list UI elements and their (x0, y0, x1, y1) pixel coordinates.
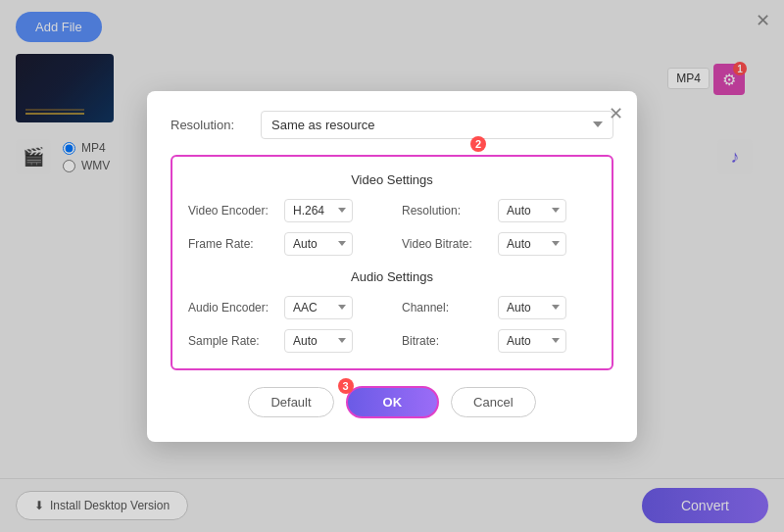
video-settings-title: Video Settings (188, 172, 596, 187)
settings-box: Video Settings Video Encoder: H.264 H.26… (171, 155, 613, 370)
video-settings-grid: Video Encoder: H.264 H.265 Resolution: A… (188, 199, 596, 256)
default-button[interactable]: Default (248, 387, 333, 417)
resolution-select[interactable]: Same as resource 720p 1080p 480p (261, 111, 613, 139)
resolution-setting-label: Resolution: (402, 204, 490, 218)
channel-row: Channel: Auto Stereo Mono (402, 296, 596, 319)
video-bitrate-row: Video Bitrate: Auto 2Mbps (402, 232, 596, 256)
video-encoder-select[interactable]: H.264 H.265 (284, 199, 353, 222)
video-bitrate-select[interactable]: Auto 2Mbps (498, 232, 566, 256)
modal-actions: Default 3 OK Cancel (171, 386, 613, 418)
resolution-setting-select[interactable]: Auto 720p (498, 199, 566, 222)
frame-rate-row: Frame Rate: Auto 30fps 60fps (188, 232, 382, 256)
bitrate-row: Bitrate: Auto 128kbps (402, 329, 596, 353)
bitrate-label: Bitrate: (402, 334, 490, 348)
sample-rate-label: Sample Rate: (188, 334, 276, 348)
resolution-label: Resolution: (171, 118, 249, 132)
channel-label: Channel: (402, 301, 490, 314)
video-encoder-row: Video Encoder: H.264 H.265 (188, 199, 382, 222)
audio-settings-title: Audio Settings (188, 269, 596, 284)
video-encoder-label: Video Encoder: (188, 204, 276, 218)
resolution-row: Resolution: Same as resource 720p 1080p … (171, 111, 613, 139)
audio-settings-grid: Audio Encoder: AAC MP3 Channel: Auto Ste… (188, 296, 596, 353)
frame-rate-label: Frame Rate: (188, 237, 276, 251)
sample-rate-select[interactable]: Auto 44100Hz (284, 329, 353, 353)
sample-rate-row: Sample Rate: Auto 44100Hz (188, 329, 382, 353)
channel-select[interactable]: Auto Stereo Mono (498, 296, 566, 319)
frame-rate-select[interactable]: Auto 30fps 60fps (284, 232, 353, 256)
ok-button[interactable]: OK (346, 386, 440, 418)
step3-badge: 3 (338, 378, 354, 394)
cancel-button[interactable]: Cancel (451, 387, 535, 417)
video-bitrate-label: Video Bitrate: (402, 237, 490, 251)
audio-encoder-label: Audio Encoder: (188, 301, 276, 314)
modal-overlay: ✕ 2 Resolution: Same as resource 720p 10… (0, 0, 784, 532)
settings-modal: ✕ 2 Resolution: Same as resource 720p 10… (147, 91, 637, 442)
resolution-setting-row: Resolution: Auto 720p (402, 199, 596, 222)
modal-close-button[interactable]: ✕ (609, 103, 623, 124)
bitrate-select[interactable]: Auto 128kbps (498, 329, 566, 353)
audio-encoder-row: Audio Encoder: AAC MP3 (188, 296, 382, 319)
step2-badge: 2 (470, 136, 486, 152)
audio-encoder-select[interactable]: AAC MP3 (284, 296, 353, 319)
